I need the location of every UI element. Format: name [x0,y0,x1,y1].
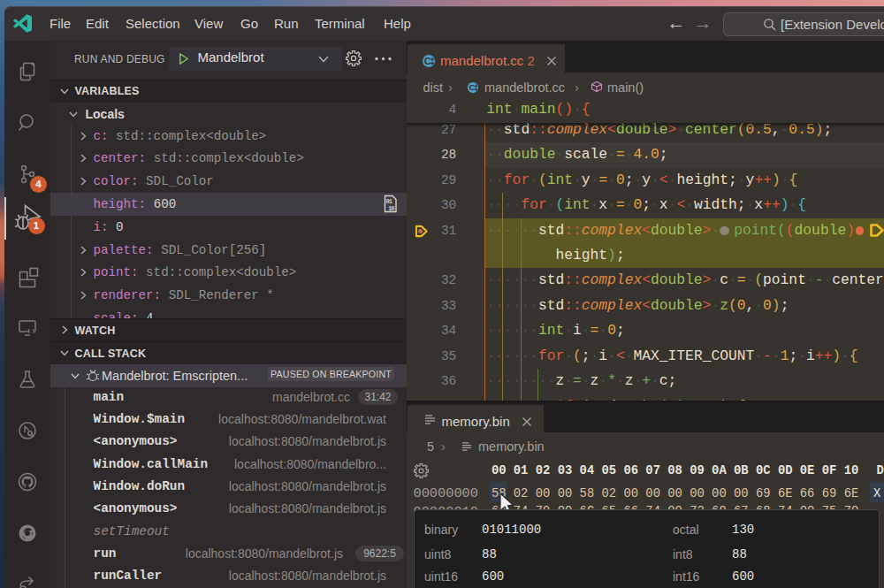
svg-text:C: C [424,56,431,66]
svg-text:C: C [469,82,475,92]
svg-text:10: 10 [388,205,394,212]
